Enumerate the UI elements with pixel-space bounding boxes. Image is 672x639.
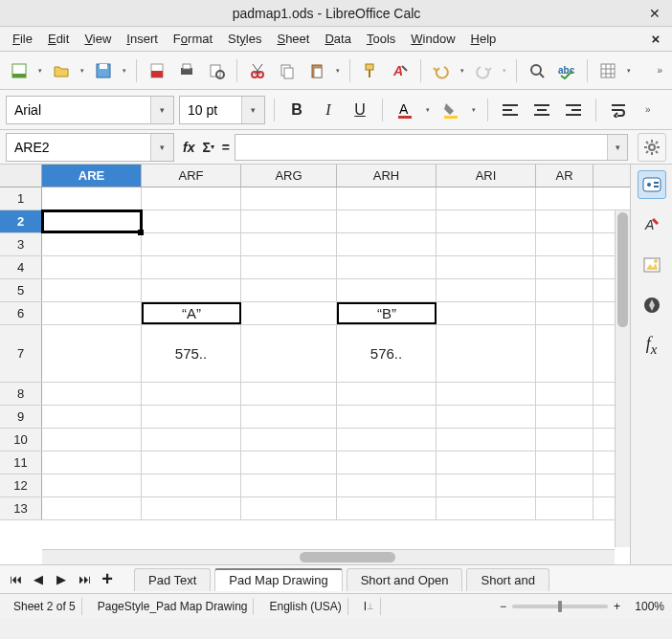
open-dropdown[interactable]: ▾ — [78, 57, 87, 84]
font-name-combo[interactable]: ▾ — [6, 96, 174, 124]
zoom-slider[interactable] — [512, 605, 608, 608]
cell[interactable] — [142, 497, 241, 519]
cell[interactable] — [536, 302, 594, 324]
menu-file[interactable]: File — [6, 29, 39, 49]
sidebar-gallery-icon[interactable] — [638, 251, 666, 279]
cell[interactable] — [337, 474, 437, 496]
cell[interactable] — [337, 256, 437, 278]
export-pdf-icon[interactable] — [144, 57, 170, 84]
cell[interactable] — [142, 474, 241, 496]
cell[interactable] — [536, 210, 594, 232]
cell[interactable] — [241, 279, 337, 301]
paste-dropdown[interactable]: ▾ — [333, 57, 343, 84]
col-header-are[interactable]: ARE — [42, 165, 142, 187]
cell[interactable] — [437, 406, 536, 428]
copy-icon[interactable] — [274, 57, 301, 84]
row-header-8[interactable]: 8 — [0, 383, 42, 405]
horizontal-scrollbar[interactable] — [42, 549, 615, 564]
cell[interactable] — [536, 383, 594, 405]
cell-arh7[interactable]: 576.. — [337, 325, 437, 382]
menu-sheet[interactable]: Sheet — [270, 29, 316, 49]
cell[interactable] — [142, 383, 241, 405]
cell-arf7[interactable]: 575.. — [142, 325, 241, 382]
cell[interactable] — [42, 302, 142, 324]
font-size-input[interactable] — [180, 97, 241, 123]
menu-help[interactable]: Help — [464, 29, 504, 49]
cell[interactable] — [536, 474, 594, 496]
menu-format[interactable]: Format — [167, 29, 219, 49]
window-close-button[interactable]: ✕ — [645, 4, 664, 23]
cell[interactable] — [536, 429, 594, 451]
row-header-7[interactable]: 7 — [0, 325, 42, 382]
sheet-tab-short-and-open[interactable]: Short and Open — [347, 568, 463, 591]
cell[interactable] — [437, 429, 536, 451]
formatbar-overflow-icon[interactable]: » — [641, 104, 655, 115]
align-right-icon[interactable] — [560, 97, 587, 123]
row-header-12[interactable]: 12 — [0, 474, 42, 496]
cell[interactable] — [42, 474, 142, 496]
cell[interactable] — [42, 187, 142, 209]
menu-edit[interactable]: Edit — [41, 29, 76, 49]
col-header-arg[interactable]: ARG — [241, 165, 337, 187]
print-preview-icon[interactable] — [203, 57, 230, 84]
font-color-dropdown[interactable]: ▾ — [423, 97, 433, 123]
row-header-3[interactable]: 3 — [0, 233, 42, 255]
status-sheet-position[interactable]: Sheet 2 of 5 — [8, 598, 82, 615]
cell[interactable] — [337, 279, 437, 301]
tab-next-icon[interactable]: ▶ — [52, 570, 71, 589]
cell[interactable] — [241, 325, 337, 382]
cell[interactable] — [337, 406, 437, 428]
select-all-corner[interactable] — [0, 165, 42, 187]
highlight-color-dropdown[interactable]: ▾ — [469, 97, 479, 123]
cell[interactable] — [536, 256, 594, 278]
cell[interactable] — [437, 383, 536, 405]
spreadsheet-grid[interactable]: ARE ARF ARG ARH ARI AR 1 2 3 4 5 6“A”“B”… — [0, 165, 630, 564]
cell[interactable] — [437, 279, 536, 301]
toolbar-overflow-icon[interactable]: » — [653, 65, 666, 76]
cell[interactable] — [142, 279, 241, 301]
row-header-10[interactable]: 10 — [0, 429, 42, 451]
cell-arh6[interactable]: “B” — [337, 302, 437, 324]
sheet-tab-short-and[interactable]: Short and — [466, 568, 549, 591]
col-header-ari[interactable]: ARI — [437, 165, 536, 187]
row-header-9[interactable]: 9 — [0, 406, 42, 428]
row-header-5[interactable]: 5 — [0, 279, 42, 301]
cell[interactable] — [337, 497, 437, 519]
cell[interactable] — [241, 406, 337, 428]
underline-icon[interactable]: U — [347, 97, 373, 123]
sidebar-properties-icon[interactable] — [638, 170, 666, 199]
cell[interactable] — [142, 406, 241, 428]
tab-last-icon[interactable]: ⏭ — [75, 570, 94, 589]
cell[interactable] — [337, 233, 437, 255]
col-header-arf[interactable]: ARF — [142, 165, 241, 187]
menu-tools[interactable]: Tools — [360, 29, 402, 49]
function-wizard-icon[interactable]: fx — [180, 140, 197, 155]
menu-window[interactable]: Window — [404, 29, 461, 49]
cell[interactable] — [142, 187, 241, 209]
name-box-dropdown[interactable]: ▾ — [150, 134, 173, 161]
status-page-style[interactable]: PageStyle_Pad Map Drawing — [92, 598, 255, 615]
zoom-slider-handle[interactable] — [558, 601, 562, 612]
sheet-tab-pad-text[interactable]: Pad Text — [134, 568, 211, 591]
save-dropdown[interactable]: ▾ — [120, 57, 129, 84]
paste-icon[interactable] — [303, 57, 330, 84]
cell[interactable] — [241, 187, 337, 209]
sidebar-functions-icon[interactable]: fx — [638, 331, 666, 360]
font-size-dropdown[interactable]: ▾ — [241, 97, 264, 123]
sidebar-settings-icon[interactable] — [638, 133, 666, 162]
font-color-icon[interactable]: A — [392, 97, 418, 123]
zoom-out-icon[interactable]: − — [500, 600, 506, 613]
italic-icon[interactable]: I — [315, 97, 342, 123]
row-col-icon[interactable] — [594, 57, 621, 84]
cell[interactable] — [142, 256, 241, 278]
spellcheck-icon[interactable]: abc — [553, 57, 580, 84]
undo-icon[interactable] — [428, 57, 455, 84]
cell[interactable] — [42, 497, 142, 519]
print-icon[interactable] — [173, 57, 200, 84]
close-document-button[interactable]: × — [645, 31, 666, 47]
vscroll-thumb[interactable] — [617, 212, 628, 327]
name-box[interactable]: ▾ — [6, 133, 174, 162]
row-header-6[interactable]: 6 — [0, 302, 42, 324]
clone-formatting-icon[interactable] — [357, 57, 384, 84]
align-left-icon[interactable] — [497, 97, 524, 123]
